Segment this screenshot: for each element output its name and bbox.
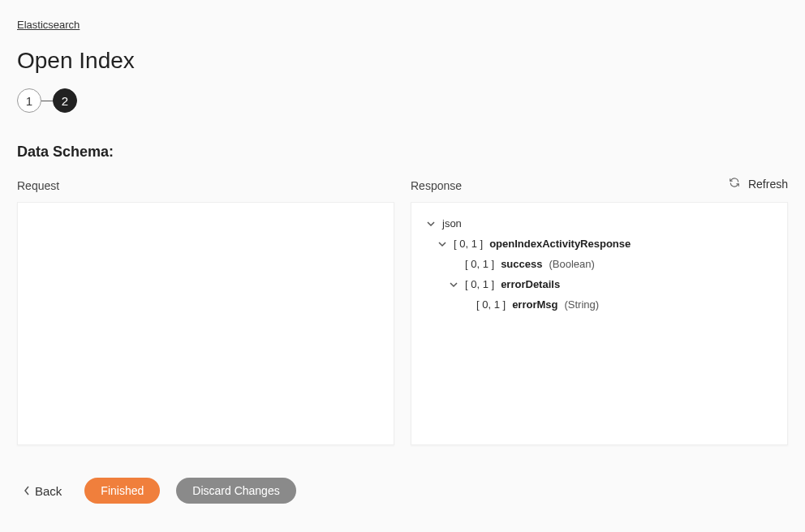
chevron-down-icon[interactable]	[449, 281, 458, 289]
finished-button[interactable]: Finished	[84, 478, 160, 504]
step-2[interactable]: 2	[53, 88, 77, 113]
tree-type: (String)	[565, 298, 600, 312]
tree-cardinality: [ 0, 1 ]	[465, 258, 494, 272]
tree-node-success[interactable]: [ 0, 1 ] success (Boolean)	[420, 255, 779, 275]
chevron-down-icon[interactable]	[437, 240, 447, 248]
tree-node-openindexactivityresponse[interactable]: [ 0, 1 ] openIndexActivityResponse	[420, 234, 779, 255]
request-label: Request	[17, 179, 394, 192]
step-1[interactable]: 1	[17, 88, 41, 113]
tree-cardinality: [ 0, 1 ]	[454, 238, 483, 251]
tree-node-errormsg[interactable]: [ 0, 1 ] errorMsg (String)	[420, 295, 779, 315]
tree-label: json	[442, 217, 462, 231]
tree-name: errorDetails	[501, 278, 560, 292]
response-panel: json [ 0, 1 ] openIndexActivityResponse …	[411, 202, 788, 445]
chevron-left-icon	[24, 484, 30, 498]
tree-node-errordetails[interactable]: [ 0, 1 ] errorDetails	[420, 275, 779, 295]
tree-name: success	[501, 258, 542, 272]
tree-name: openIndexActivityResponse	[489, 238, 631, 251]
step-connector	[41, 101, 53, 101]
response-label: Response	[411, 179, 788, 192]
tree-type: (Boolean)	[549, 258, 594, 272]
tree-node-json[interactable]: json	[420, 214, 779, 234]
back-label: Back	[35, 484, 62, 498]
discard-changes-button[interactable]: Discard Changes	[176, 478, 295, 504]
stepper: 1 2	[17, 88, 788, 113]
back-button[interactable]: Back	[17, 481, 68, 501]
tree-cardinality: [ 0, 1 ]	[476, 298, 506, 312]
page-title: Open Index	[17, 48, 788, 74]
chevron-down-icon[interactable]	[426, 220, 436, 228]
breadcrumb-elasticsearch[interactable]: Elasticsearch	[17, 19, 80, 31]
request-panel	[17, 202, 394, 445]
tree-cardinality: [ 0, 1 ]	[465, 278, 494, 292]
section-heading-data-schema: Data Schema:	[17, 144, 788, 161]
tree-name: errorMsg	[512, 298, 557, 312]
